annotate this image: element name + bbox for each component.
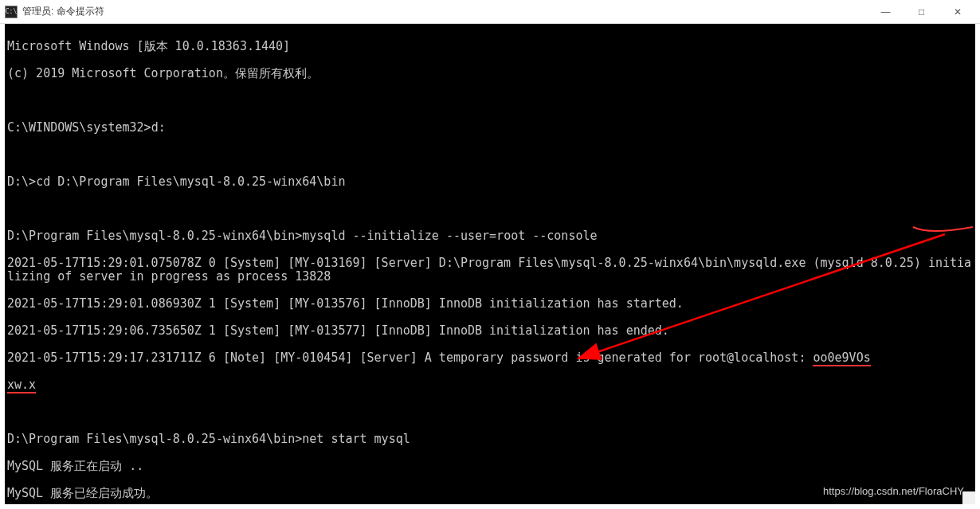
output-line: D:\Program Files\mysql-8.0.25-winx64\bin… [7,433,973,446]
window-controls: — □ ✕ [868,1,975,23]
watermark-text: https://blog.csdn.net/FloraCHY [823,484,964,498]
output-line: (c) 2019 Microsoft Corporation。保留所有权利。 [7,67,973,80]
output-line: 2021-05-17T15:29:01.075078Z 0 [System] [… [7,256,973,284]
output-line: D:\>cd D:\Program Files\mysql-8.0.25-win… [7,175,973,189]
output-line: D:\Program Files\mysql-8.0.25-winx64\bin… [7,229,973,243]
output-line: Microsoft Windows [版本 10.0.18363.1440] [7,40,973,53]
window-title: 管理员: 命令提示符 [22,5,868,18]
cmd-icon: C:\ [5,6,18,18]
generated-password-part1: oo0e9VOs [813,350,870,366]
terminal-output[interactable]: Microsoft Windows [版本 10.0.18363.1440] (… [0,24,980,509]
generated-password-part2: xw.x [7,378,36,393]
window-titlebar: C:\ 管理员: 命令提示符 — □ ✕ [0,0,980,24]
output-line: 2021-05-17T15:29:01.086930Z 1 [System] [… [7,297,973,311]
scrollbar-corner [962,491,975,504]
output-line: C:\WINDOWS\system32>d: [7,121,973,135]
close-button[interactable]: ✕ [939,1,975,23]
minimize-button[interactable]: — [868,1,904,23]
output-line: 2021-05-17T15:29:17.231711Z 6 [Note] [MY… [7,351,973,365]
output-line: 2021-05-17T15:29:06.735650Z 1 [System] [… [7,324,973,338]
output-line: xw.x [7,378,973,392]
maximize-button[interactable]: □ [904,1,939,23]
output-line: MySQL 服务正在启动 .. [7,460,973,473]
